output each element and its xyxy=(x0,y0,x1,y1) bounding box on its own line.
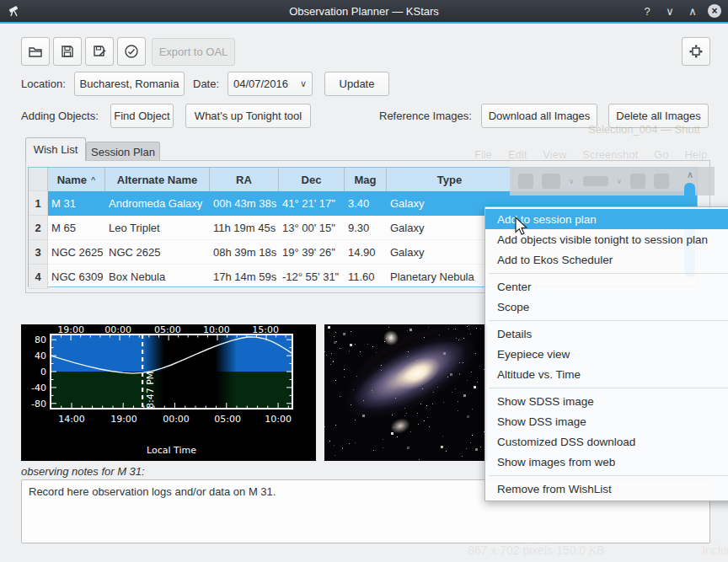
date-value: 04/07/2016 xyxy=(233,78,288,90)
menu-separator xyxy=(485,384,728,391)
svg-text:00:00: 00:00 xyxy=(163,414,190,425)
cell-mag: 14.90 xyxy=(345,240,387,265)
save-as-button[interactable] xyxy=(85,37,114,66)
svg-text:19:00: 19:00 xyxy=(110,414,137,425)
menu-item-add-to-ekos-scheduler[interactable]: Add to Ekos Scheduler xyxy=(485,249,728,270)
row-number: 3 xyxy=(29,240,48,265)
menu-item-show-images-from-web[interactable]: Show images from web xyxy=(485,452,728,472)
save-icon xyxy=(60,44,75,59)
menu-item-show-dss-image[interactable]: Show DSS image xyxy=(485,411,728,431)
menu-item-altitude-vs-time[interactable]: Altitude vs. Time xyxy=(485,364,728,384)
date-combobox[interactable]: 04/07/2016 ∨ xyxy=(228,72,313,96)
ghost-menubar: FileEditViewScreenshotGoHelp xyxy=(474,148,707,161)
download-all-images-button[interactable]: Download all Images xyxy=(481,104,597,128)
maximize-button[interactable]: ∧ xyxy=(685,3,700,19)
tab-session-plan[interactable]: Session Plan xyxy=(86,142,160,161)
ghost-menu-help: Help xyxy=(684,148,707,161)
update-button[interactable]: Update xyxy=(324,72,389,96)
column-header-ra[interactable]: RA xyxy=(210,168,279,191)
position-chip-icon xyxy=(688,44,704,59)
whats-up-tonight-button[interactable]: What's up Tonight tool xyxy=(185,104,311,128)
find-object-button[interactable]: Find Object xyxy=(110,104,174,128)
ghost-status-left: 867 x 702 pixels 150.0 KB xyxy=(468,543,605,557)
header-row-number xyxy=(29,168,48,191)
save-as-icon xyxy=(92,44,107,59)
ghost-menu-go: Go xyxy=(654,148,668,161)
menu-item-eyepiece-view[interactable]: Eyepiece view xyxy=(485,344,728,364)
svg-text:8:47 PM: 8:47 PM xyxy=(145,372,156,409)
scrollbar-up-icon[interactable]: ∧ xyxy=(684,169,696,180)
svg-text:-80: -80 xyxy=(31,399,46,409)
cell-dec: 19° 39' 26" xyxy=(279,240,345,265)
column-header-name[interactable]: Name^ xyxy=(48,168,105,191)
cell-mag: 11.60 xyxy=(345,265,387,289)
save-button[interactable] xyxy=(53,37,82,66)
altitude-plot-canvas: 19:0000:0005:0010:0015:0014:0019:0000:00… xyxy=(21,324,316,461)
ghost-status-right: Include xyxy=(702,543,728,557)
svg-text:10:00: 10:00 xyxy=(265,414,292,425)
satellite-galaxy-m32 xyxy=(383,330,399,345)
column-header-dec[interactable]: Dec xyxy=(279,168,345,191)
titlebar[interactable]: Observation Planner — KStars ? ∨ ∧ × xyxy=(0,0,728,22)
sort-ascending-icon: ^ xyxy=(91,175,95,184)
menu-item-details[interactable]: Details xyxy=(485,324,728,344)
column-header-mag[interactable]: Mag xyxy=(345,168,387,191)
svg-text:Local Time: Local Time xyxy=(147,445,196,456)
row-number: 1 xyxy=(29,191,48,216)
date-label: Date: xyxy=(193,72,219,96)
close-button[interactable]: × xyxy=(708,4,721,18)
menu-separator xyxy=(485,270,728,276)
cell-ra: 17h 14m 59s xyxy=(210,265,279,289)
chevron-down-icon: ∨ xyxy=(300,78,307,89)
starfield xyxy=(324,324,325,325)
cell-alternate-name: Box Nebula xyxy=(105,265,210,289)
column-header-alternate-name[interactable]: Alternate Name xyxy=(105,168,210,191)
observation-planner-window: Observation Planner — KStars ? ∨ ∧ × xyxy=(0,0,728,562)
cell-ra: 11h 19m 45s xyxy=(210,216,279,240)
minimize-button[interactable]: ∨ xyxy=(662,3,677,19)
menu-separator xyxy=(485,317,728,324)
open-folder-icon xyxy=(28,44,43,59)
window-title: Observation Planner — KStars xyxy=(0,5,728,18)
menu-item-scope[interactable]: Scope xyxy=(485,297,728,317)
accent-line xyxy=(0,22,728,24)
reference-images-label: Reference Images: xyxy=(379,104,472,128)
cell-dec: -12° 55' 31" xyxy=(279,265,345,289)
svg-text:05:00: 05:00 xyxy=(214,414,241,425)
ghost-menu-file: File xyxy=(474,148,492,161)
menu-item-remove-from-wishlist[interactable]: Remove from WishList xyxy=(485,479,728,499)
menu-item-show-sdss-image[interactable]: Show SDSS image xyxy=(485,391,728,411)
ghost-menu-edit: Edit xyxy=(508,148,527,161)
cell-mag: 3.40 xyxy=(345,191,387,216)
menu-item-customized-dss-download[interactable]: Customized DSS download xyxy=(485,431,728,452)
ghost-menu-view: View xyxy=(543,148,566,161)
help-button[interactable]: ? xyxy=(640,3,655,19)
cell-mag: 9.30 xyxy=(345,216,387,240)
location-button[interactable] xyxy=(682,37,710,66)
open-list-button[interactable] xyxy=(21,37,50,66)
observing-notes-label: observing notes for M 31: xyxy=(21,465,145,478)
row-number: 4 xyxy=(29,265,48,289)
svg-text:40: 40 xyxy=(35,351,46,361)
location-value-button[interactable]: Bucharest, Romania xyxy=(74,72,185,96)
column-header-type[interactable]: Type xyxy=(387,168,513,191)
svg-text:80: 80 xyxy=(35,335,46,345)
menu-separator xyxy=(485,472,728,479)
check-circle-icon xyxy=(124,44,139,59)
menu-item-center[interactable]: Center xyxy=(485,276,728,297)
cell-dec: 41° 21' 17" xyxy=(279,191,345,216)
delete-all-images-button[interactable]: Delete all Images xyxy=(608,104,709,128)
cell-dec: 13° 00' 15" xyxy=(279,216,345,240)
cell-alternate-name: NGC 2625 xyxy=(105,240,210,265)
reference-image-m31[interactable] xyxy=(324,324,487,461)
cell-ra: 00h 43m 38s xyxy=(210,191,279,216)
cell-name: NGC 6309 xyxy=(48,265,105,289)
mouse-cursor xyxy=(511,216,530,236)
tab-wish-list[interactable]: Wish List xyxy=(25,137,86,161)
cell-alternate-name: Andromeda Galaxy xyxy=(105,191,210,216)
execute-session-button[interactable] xyxy=(117,37,146,66)
cell-alternate-name: Leo Triplet xyxy=(105,216,210,240)
altitude-vs-time-plot: 19:0000:0005:0010:0015:0014:0019:0000:00… xyxy=(21,324,316,461)
location-label: Location: xyxy=(21,72,66,96)
export-to-oal-button[interactable]: Export to OAL xyxy=(152,38,235,66)
